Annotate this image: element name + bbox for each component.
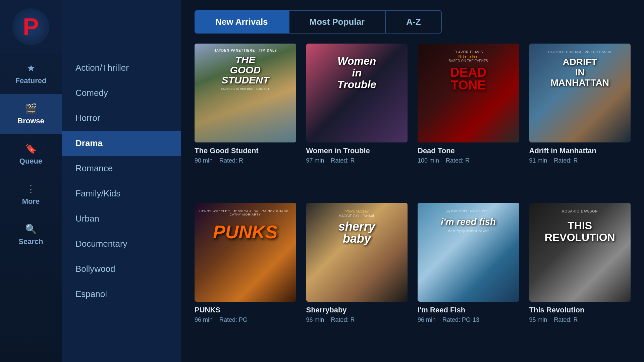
movie-info-women-trouble: Women in Trouble 97 min Rated: R: [306, 146, 408, 164]
movie-card-adrift-manhattan[interactable]: HEATHER GRAHAM VICTOR RASUK ADRIFTINMANH…: [529, 44, 631, 193]
movie-poster-reed-fish: jay BARUCHEL alexis BLEDEL i'm reed fish…: [418, 203, 519, 302]
movie-rating-women-trouble: Rated: R: [331, 157, 355, 164]
genre-item-comedy[interactable]: Comedy: [62, 80, 181, 106]
movie-info-this-revolution: This Revolution 95 min Rated: R: [529, 306, 631, 323]
poster-overlay: HEATHER GRAHAM VICTOR RASUK ADRIFTINMANH…: [529, 44, 631, 142]
movie-title-reed-fish: I'm Reed Fish: [418, 306, 519, 314]
genre-item-urban[interactable]: Urban: [62, 206, 181, 231]
movie-meta-this-revolution: 95 min Rated: R: [529, 316, 631, 323]
movie-grid: HAYDEN PANETTIERE TIM DALY THEGOODSTUDEN…: [195, 44, 631, 352]
movie-duration-good-student: 90 min: [195, 157, 213, 164]
movie-rating-dead-tone: Rated: R: [446, 157, 470, 164]
movie-poster-punks: HENRY WHEELER JESSICA ALBA RAINEY GUANG …: [195, 203, 296, 302]
movie-title-good-student: The Good Student: [195, 146, 296, 155]
movie-card-good-student[interactable]: HAYDEN PANETTIERE TIM DALY THEGOODSTUDEN…: [195, 44, 296, 193]
poster-overlay: ROSARIO DAWSON THISREVOLUTION: [529, 203, 631, 302]
movie-title-sherrybaby: Sherrybaby: [306, 306, 408, 314]
movie-info-dead-tone: Dead Tone 100 min Rated: R: [418, 146, 519, 164]
movie-title-this-revolution: This Revolution: [529, 306, 631, 314]
sidebar-item-more[interactable]: ⋮ More: [0, 174, 62, 215]
movie-rating-reed-fish: Rated: PG-13: [442, 316, 479, 323]
poster-overlay: jay BARUCHEL alexis BLEDEL i'm reed fish…: [418, 203, 519, 302]
browse-label: Browse: [17, 117, 44, 125]
sidebar-item-browse[interactable]: 🎬 Browse: [0, 94, 62, 134]
movie-duration-punks: 96 min: [195, 316, 213, 323]
movie-card-women-trouble[interactable]: WomeninTrouble Women in Trouble 97 min R…: [306, 44, 408, 193]
movie-card-punks[interactable]: HENRY WHEELER JESSICA ALBA RAINEY GUANG …: [195, 203, 296, 352]
movie-meta-punks: 96 min Rated: PG: [195, 316, 296, 323]
movie-info-sherrybaby: Sherrybaby 96 min Rated: R: [306, 306, 408, 323]
movie-rating-punks: Rated: PG: [219, 316, 248, 323]
queue-icon: 🔖: [25, 143, 37, 154]
main-content: New Arrivals Most Popular A-Z HAYDEN PAN…: [181, 0, 644, 362]
app-logo: P: [12, 8, 49, 45]
tab-new-arrivals[interactable]: New Arrivals: [195, 10, 289, 34]
movie-meta-dead-tone: 100 min Rated: R: [418, 157, 519, 164]
search-icon: 🔍: [25, 224, 37, 235]
movie-rating-adrift-manhattan: Rated: R: [554, 157, 578, 164]
movie-info-punks: PUNKS 96 min Rated: PG: [195, 306, 296, 323]
movie-poster-women-trouble: WomeninTrouble: [306, 44, 408, 142]
search-label: Search: [18, 237, 43, 246]
movie-title-adrift-manhattan: Adrift in Manhattan: [529, 146, 631, 155]
sidebar-item-search[interactable]: 🔍 Search: [0, 215, 62, 255]
browse-icon: 🎬: [25, 103, 37, 114]
movie-duration-dead-tone: 100 min: [418, 157, 439, 164]
poster-overlay: HENRY WHEELER JESSICA ALBA RAINEY GUANG …: [195, 203, 296, 302]
movie-duration-women-trouble: 97 min: [306, 157, 324, 164]
sidebar: P ★ Featured 🎬 Browse 🔖 Queue ⋮ More 🔍 S…: [0, 0, 62, 362]
movie-duration-sherrybaby: 96 min: [306, 316, 324, 323]
genre-item-documentary[interactable]: Documentary: [62, 231, 181, 256]
featured-icon: ★: [27, 63, 35, 74]
tabs-bar: New Arrivals Most Popular A-Z: [195, 10, 631, 34]
movie-card-dead-tone[interactable]: FLAVOR FLAV'S NiteTales BASED ON THE EVE…: [418, 44, 519, 193]
movie-meta-reed-fish: 96 min Rated: PG-13: [418, 316, 519, 323]
more-label: More: [22, 197, 40, 206]
movie-card-reed-fish[interactable]: jay BARUCHEL alexis BLEDEL i'm reed fish…: [418, 203, 519, 352]
sidebar-item-featured[interactable]: ★ Featured: [0, 54, 62, 94]
logo-letter: P: [23, 15, 39, 39]
movie-card-this-revolution[interactable]: ROSARIO DAWSON THISREVOLUTION This Revol…: [529, 203, 631, 352]
genre-item-horror[interactable]: Horror: [62, 106, 181, 131]
movie-card-sherrybaby[interactable]: "PURE SIZZLE!" MAGGIE GYLLENHAAL sherryb…: [306, 203, 408, 352]
movie-rating-sherrybaby: Rated: R: [331, 316, 355, 323]
poster-overlay: "PURE SIZZLE!" MAGGIE GYLLENHAAL sherryb…: [306, 203, 408, 302]
movie-duration-this-revolution: 95 min: [529, 316, 547, 323]
movie-title-dead-tone: Dead Tone: [418, 146, 519, 155]
movie-meta-good-student: 90 min Rated: R: [195, 157, 296, 164]
movie-duration-adrift-manhattan: 91 min: [529, 157, 547, 164]
movie-rating-this-revolution: Rated: R: [554, 316, 578, 323]
movie-rating-good-student: Rated: R: [219, 157, 243, 164]
movie-meta-adrift-manhattan: 91 min Rated: R: [529, 157, 631, 164]
genre-item-bollywood[interactable]: Bollywood: [62, 256, 181, 282]
movie-title-women-trouble: Women in Trouble: [306, 146, 408, 155]
poster-overlay: FLAVOR FLAV'S NiteTales BASED ON THE EVE…: [418, 44, 519, 142]
genre-sidebar: Action/Thriller Comedy Horror Drama Roma…: [62, 0, 181, 362]
poster-overlay: WomeninTrouble: [306, 44, 408, 142]
movie-poster-this-revolution: ROSARIO DAWSON THISREVOLUTION: [529, 203, 631, 302]
genre-item-romance[interactable]: Romance: [62, 156, 181, 181]
genre-item-espanol[interactable]: Espanol: [62, 282, 181, 307]
movie-info-adrift-manhattan: Adrift in Manhattan 91 min Rated: R: [529, 146, 631, 164]
movie-duration-reed-fish: 96 min: [418, 316, 436, 323]
movie-poster-good-student: HAYDEN PANETTIERE TIM DALY THEGOODSTUDEN…: [195, 44, 296, 142]
movie-title-punks: PUNKS: [195, 306, 296, 314]
sidebar-item-queue[interactable]: 🔖 Queue: [0, 134, 62, 174]
featured-label: Featured: [15, 76, 47, 85]
movie-poster-adrift: HEATHER GRAHAM VICTOR RASUK ADRIFTINMANH…: [529, 44, 631, 142]
queue-label: Queue: [19, 157, 42, 166]
genre-item-action-thriller[interactable]: Action/Thriller: [62, 55, 181, 80]
movie-poster-sherrybaby: "PURE SIZZLE!" MAGGIE GYLLENHAAL sherryb…: [306, 203, 408, 302]
more-icon: ⋮: [26, 183, 36, 194]
genre-item-drama[interactable]: Drama: [62, 131, 181, 156]
movie-info-reed-fish: I'm Reed Fish 96 min Rated: PG-13: [418, 306, 519, 323]
tab-most-popular[interactable]: Most Popular: [289, 10, 386, 34]
genre-item-family-kids[interactable]: Family/Kids: [62, 181, 181, 206]
movie-meta-sherrybaby: 96 min Rated: R: [306, 316, 408, 323]
movie-meta-women-trouble: 97 min Rated: R: [306, 157, 408, 164]
movie-info-good-student: The Good Student 90 min Rated: R: [195, 146, 296, 164]
tab-a-z[interactable]: A-Z: [385, 10, 441, 34]
logo-area: P: [0, 0, 62, 54]
movie-poster-dead-tone: FLAVOR FLAV'S NiteTales BASED ON THE EVE…: [418, 44, 519, 142]
